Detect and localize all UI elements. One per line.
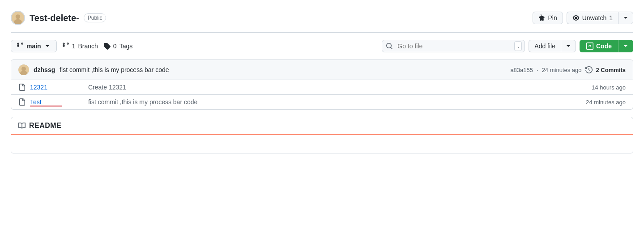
readme-title: README <box>29 122 61 130</box>
repo-name: Test-delete- <box>30 13 79 23</box>
avatar <box>11 11 25 25</box>
go-to-file-container: t <box>382 40 525 52</box>
table-row: 12321 Create 12321 14 hours ago <box>11 80 633 95</box>
commits-count: 2 Commits <box>596 67 626 73</box>
add-file-label: Add file <box>534 42 555 50</box>
commit-avatar <box>18 64 29 75</box>
branch-count: 1 <box>72 42 76 50</box>
commit-message: fist commit ,this is my process bar code <box>60 66 506 73</box>
commit-time: 24 minutes ago <box>542 67 582 73</box>
add-file-caret-icon <box>565 42 572 50</box>
file-card: dzhssg fist commit ,this is my process b… <box>11 60 633 110</box>
branch-meta-icon <box>62 42 69 50</box>
code-split-button: Code <box>580 40 633 52</box>
code-icon <box>586 42 593 50</box>
toolbar-right: t Add file Code <box>382 40 633 52</box>
unwatch-split-button: Unwatch 1 <box>567 12 633 24</box>
book-icon <box>18 122 26 129</box>
svg-point-1 <box>16 14 21 19</box>
table-row: Test fist commit ,this is my process bar… <box>11 95 633 109</box>
add-file-button[interactable]: Add file <box>529 40 561 52</box>
pin-icon <box>538 14 546 21</box>
svg-point-4 <box>21 67 26 71</box>
search-icon <box>386 42 393 50</box>
branch-caret-icon <box>44 42 51 50</box>
code-caret-icon <box>622 42 629 50</box>
commits-link[interactable]: 2 Commits <box>596 67 626 73</box>
readme-card: README <box>11 117 633 153</box>
branch-name: main <box>26 42 41 50</box>
unwatch-label: Unwatch <box>582 14 606 21</box>
file-time: 14 hours ago <box>592 84 626 91</box>
history-icon <box>585 66 593 73</box>
eye-icon <box>572 14 580 21</box>
file-icon <box>18 98 26 106</box>
commit-hash[interactable]: a83a155 <box>510 67 533 73</box>
file-commit-msg: Create 12321 <box>88 84 587 91</box>
unwatch-button[interactable]: Unwatch 1 <box>567 12 618 24</box>
file-time: 24 minutes ago <box>586 99 626 106</box>
toolbar-left: main 1 Branch 0 Tags <box>11 40 132 52</box>
pin-button[interactable]: Pin <box>533 12 563 24</box>
branch-icon <box>17 42 24 50</box>
code-button[interactable]: Code <box>580 40 618 52</box>
file-rows-container: 12321 Create 12321 14 hours ago Test fis… <box>11 80 633 109</box>
repo-title-area: Test-delete- Public <box>11 11 106 25</box>
add-file-split-button: Add file <box>529 40 576 52</box>
commit-separator: · <box>537 67 538 73</box>
tag-count: 0 <box>113 42 117 50</box>
header-actions: Pin Unwatch 1 <box>533 12 634 24</box>
file-name-link[interactable]: 12321 <box>30 84 84 91</box>
branch-label: Branch <box>78 42 98 50</box>
add-file-caret[interactable] <box>561 40 576 52</box>
code-label: Code <box>596 42 612 50</box>
branch-count-link[interactable]: 1 Branch <box>62 42 98 50</box>
readme-body <box>11 135 633 153</box>
unwatch-caret[interactable] <box>618 12 633 24</box>
unwatch-count: 1 <box>609 14 613 21</box>
go-to-file-input[interactable] <box>393 40 514 52</box>
file-name-link[interactable]: Test <box>30 98 84 106</box>
readme-header: README <box>11 117 633 135</box>
pin-label: Pin <box>548 14 557 21</box>
commit-author[interactable]: dzhssg <box>34 66 55 73</box>
code-caret[interactable] <box>618 40 633 52</box>
go-to-file-shortcut: t <box>514 41 522 51</box>
tag-count-link[interactable]: 0 Tags <box>103 42 132 50</box>
commit-meta: a83a155 · 24 minutes ago 2 Commits <box>510 66 626 73</box>
toolbar: main 1 Branch 0 Tags <box>11 40 633 52</box>
branch-selector[interactable]: main <box>11 40 57 52</box>
tag-icon <box>103 42 111 50</box>
repo-header: Test-delete- Public Pin Unwatch 1 <box>11 7 633 33</box>
file-commit-msg: fist commit ,this is my process bar code <box>88 98 581 106</box>
commit-bar: dzhssg fist commit ,this is my process b… <box>11 60 633 80</box>
visibility-badge: Public <box>84 13 107 22</box>
red-underline <box>30 106 62 106</box>
tag-label: Tags <box>119 42 133 50</box>
file-icon <box>18 84 26 91</box>
chevron-down-icon <box>622 14 629 21</box>
